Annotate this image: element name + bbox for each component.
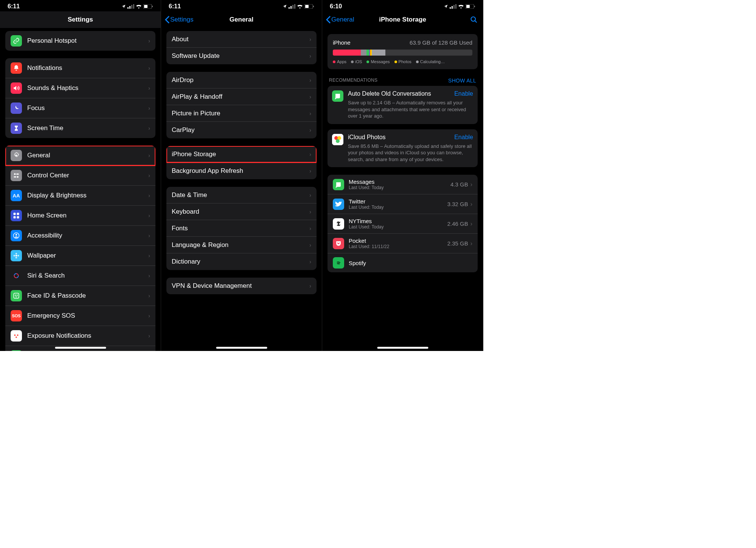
settings-row[interactable]: Keyboard›	[166, 203, 317, 220]
svg-rect-2	[131, 5, 132, 9]
legend-label: Messages	[371, 59, 390, 64]
settings-list[interactable]: Personal Hotspot› Notifications›Sounds &…	[0, 28, 161, 351]
settings-row[interactable]: Sounds & Haptics›	[5, 78, 155, 98]
app-last-used: Last Used: 11/11/22	[349, 244, 447, 249]
app-name: Spotify	[349, 260, 472, 266]
svg-rect-0	[127, 7, 129, 9]
svg-point-30	[14, 334, 16, 336]
settings-row[interactable]: Fonts›	[166, 220, 317, 237]
settings-row[interactable]: Picture in Picture›	[166, 105, 317, 122]
home-indicator[interactable]	[216, 347, 267, 349]
settings-row[interactable]: Background App Refresh›	[166, 163, 317, 179]
svg-line-50	[475, 21, 477, 23]
row-label: Personal Hotspot	[27, 37, 148, 45]
app-storage-row[interactable]: MessagesLast Used: Today4.3 GB›	[328, 175, 478, 194]
app-storage-row[interactable]: PocketLast Used: 11/11/222.35 GB›	[328, 234, 478, 253]
back-button[interactable]: General	[326, 16, 354, 23]
general-list[interactable]: About›Software Update› AirDrop›AirPlay &…	[161, 28, 322, 351]
chevron-right-icon: ›	[148, 192, 150, 199]
settings-row[interactable]: Notifications›	[5, 58, 155, 78]
svg-rect-11	[14, 176, 16, 177]
settings-row[interactable]: iPhone Storage›	[166, 146, 317, 163]
cellular-icon	[289, 4, 295, 9]
settings-row[interactable]: About›	[166, 31, 317, 48]
settings-row[interactable]: Wallpaper›	[5, 246, 155, 266]
reco-icon	[332, 134, 343, 145]
row-label: Home Screen	[27, 212, 148, 219]
wifi-icon	[297, 4, 303, 9]
chevron-right-icon: ›	[309, 53, 311, 59]
svg-rect-42	[450, 7, 451, 9]
settings-row[interactable]: Screen Time›	[5, 118, 155, 138]
settings-row[interactable]: CarPlay›	[166, 122, 317, 138]
storage-screen: 6:10 General iPhone Storage iPhone 63.9 …	[322, 0, 483, 351]
recommendation-card[interactable]: iCloud PhotosEnableSave 85.6 MB – Automa…	[328, 129, 478, 168]
app-size: 2.46 GB	[447, 220, 468, 227]
show-all-button[interactable]: SHOW ALL	[448, 78, 476, 84]
siri-icon	[11, 270, 22, 281]
settings-row[interactable]: Siri & Search›	[5, 266, 155, 286]
enable-button[interactable]: Enable	[454, 134, 473, 141]
chevron-right-icon: ›	[309, 242, 311, 248]
page-title: General	[230, 16, 253, 23]
app-size: 2.35 GB	[447, 240, 468, 247]
moon-icon	[11, 102, 22, 114]
page-title: Settings	[68, 16, 93, 23]
settings-row[interactable]: Software Update›	[166, 48, 317, 64]
app-storage-row[interactable]: Spotify	[328, 253, 478, 272]
settings-row[interactable]: AADisplay & Brightness›	[5, 186, 155, 206]
settings-row[interactable]: AirDrop›	[166, 72, 317, 88]
chevron-right-icon: ›	[309, 168, 311, 174]
svg-rect-35	[289, 7, 290, 9]
home-indicator[interactable]	[55, 347, 106, 349]
settings-row[interactable]: VPN & Device Management›	[166, 278, 317, 294]
settings-row[interactable]: Focus›	[5, 98, 155, 118]
svg-point-49	[471, 17, 476, 22]
recommendation-card[interactable]: Auto Delete Old ConversationsEnableSave …	[328, 86, 478, 124]
row-label: iPhone Storage	[172, 151, 309, 158]
settings-row[interactable]: Face ID & Passcode›	[5, 286, 155, 306]
search-button[interactable]	[470, 16, 478, 23]
legend-label: Apps	[337, 59, 346, 64]
row-label: Wallpaper	[27, 252, 148, 259]
enable-button[interactable]: Enable	[454, 90, 473, 97]
row-label: Exposure Notifications	[27, 332, 148, 340]
settings-row[interactable]: Personal Hotspot›	[5, 31, 155, 51]
storage-content[interactable]: iPhone 63.9 GB of 128 GB Used AppsiOSMes…	[322, 28, 483, 351]
chevron-right-icon: ›	[309, 283, 311, 289]
settings-row[interactable]: Language & Region›	[166, 237, 317, 253]
app-storage-row[interactable]: 𝕿NYTimesLast Used: Today2.46 GB›	[328, 214, 478, 234]
settings-row[interactable]: Exposure Notifications›	[5, 326, 155, 346]
row-label: Focus	[27, 104, 148, 112]
settings-row[interactable]: Date & Time›	[166, 187, 317, 203]
chevron-left-icon	[326, 16, 331, 23]
legend-item: Photos	[394, 59, 411, 64]
back-button[interactable]: Settings	[165, 16, 193, 23]
svg-point-28	[17, 295, 18, 296]
settings-row[interactable]: AirPlay & Handoff›	[166, 88, 317, 105]
app-size: 4.3 GB	[450, 181, 468, 188]
app-name: NYTimes	[349, 218, 447, 224]
app-storage-row[interactable]: TwitterLast Used: Today3.32 GB›	[328, 194, 478, 214]
legend-dot	[351, 61, 354, 63]
cellular-icon	[450, 4, 456, 9]
storage-header: iPhone 63.9 GB of 128 GB Used	[333, 39, 472, 46]
wifi-icon	[458, 4, 464, 9]
home-indicator[interactable]	[377, 347, 428, 349]
svg-rect-13	[17, 213, 19, 215]
legend-label: Calculating…	[420, 59, 445, 64]
settings-row[interactable]: Accessibility›	[5, 226, 155, 246]
bell-icon	[11, 62, 22, 74]
chevron-right-icon: ›	[309, 127, 311, 133]
hourglass-icon	[11, 123, 22, 134]
settings-row[interactable]: Home Screen›	[5, 206, 155, 226]
svg-rect-36	[290, 6, 292, 9]
settings-row[interactable]: Control Center›	[5, 166, 155, 186]
settings-row[interactable]: General›	[5, 146, 155, 166]
row-label: Sounds & Haptics	[27, 84, 148, 92]
storage-segment	[361, 50, 366, 56]
settings-row[interactable]: SOSEmergency SOS›	[5, 306, 155, 326]
svg-rect-5	[144, 5, 147, 8]
row-label: VPN & Device Management	[172, 282, 309, 290]
settings-row[interactable]: Dictionary›	[166, 253, 317, 270]
